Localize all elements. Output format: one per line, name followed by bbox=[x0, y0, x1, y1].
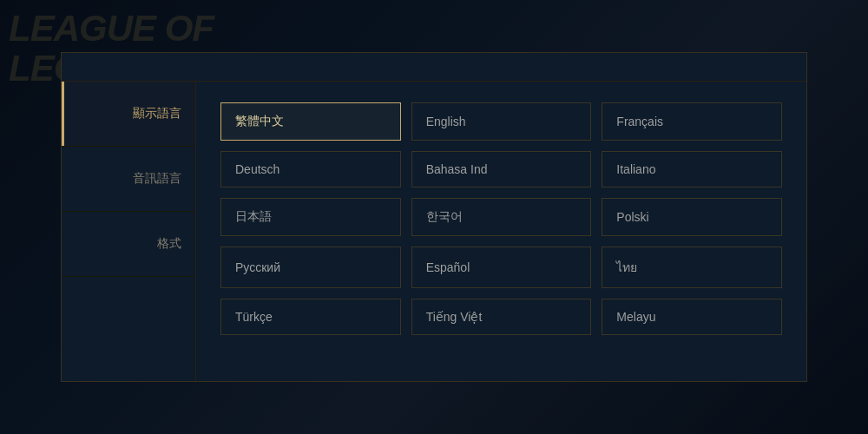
modal-body: 顯示語言音訊語言格式 繁體中文EnglishFrançaisDeutschBah… bbox=[62, 82, 806, 381]
close-button[interactable] bbox=[775, 63, 789, 70]
lang-btn-vi[interactable]: Tiếng Việt bbox=[411, 299, 592, 335]
language-grid: 繁體中文EnglishFrançaisDeutschBahasa IndItal… bbox=[220, 102, 782, 335]
sidebar: 顯示語言音訊語言格式 bbox=[62, 82, 196, 381]
lang-btn-de[interactable]: Deutsch bbox=[220, 151, 401, 187]
sidebar-item-display-lang[interactable]: 顯示語言 bbox=[62, 82, 195, 147]
modal-wrapper: 顯示語言音訊語言格式 繁體中文EnglishFrançaisDeutschBah… bbox=[0, 0, 868, 434]
lang-btn-it[interactable]: Italiano bbox=[602, 151, 782, 187]
lang-btn-th[interactable]: ไทย bbox=[602, 247, 782, 288]
lang-btn-pl[interactable]: Polski bbox=[602, 198, 782, 236]
lang-btn-ru[interactable]: Русский bbox=[220, 247, 401, 288]
lang-btn-ko[interactable]: 한국어 bbox=[411, 198, 592, 236]
language-modal: 顯示語言音訊語言格式 繁體中文EnglishFrançaisDeutschBah… bbox=[61, 52, 807, 382]
lang-btn-zh-tw[interactable]: 繁體中文 bbox=[220, 102, 401, 141]
lang-btn-en[interactable]: English bbox=[411, 102, 592, 141]
lang-btn-es[interactable]: Español bbox=[411, 247, 592, 288]
lang-btn-id[interactable]: Bahasa Ind bbox=[411, 151, 592, 187]
sidebar-item-voice-lang[interactable]: 音訊語言 bbox=[62, 147, 195, 212]
lang-btn-fr[interactable]: Français bbox=[602, 102, 782, 141]
lang-btn-ja[interactable]: 日本語 bbox=[220, 198, 401, 236]
sidebar-item-format[interactable]: 格式 bbox=[62, 212, 195, 277]
modal-header bbox=[62, 53, 806, 82]
lang-btn-ms[interactable]: Melayu bbox=[602, 299, 782, 335]
lang-btn-tr[interactable]: Türkçe bbox=[220, 299, 401, 335]
content-area: 繁體中文EnglishFrançaisDeutschBahasa IndItal… bbox=[196, 82, 806, 381]
